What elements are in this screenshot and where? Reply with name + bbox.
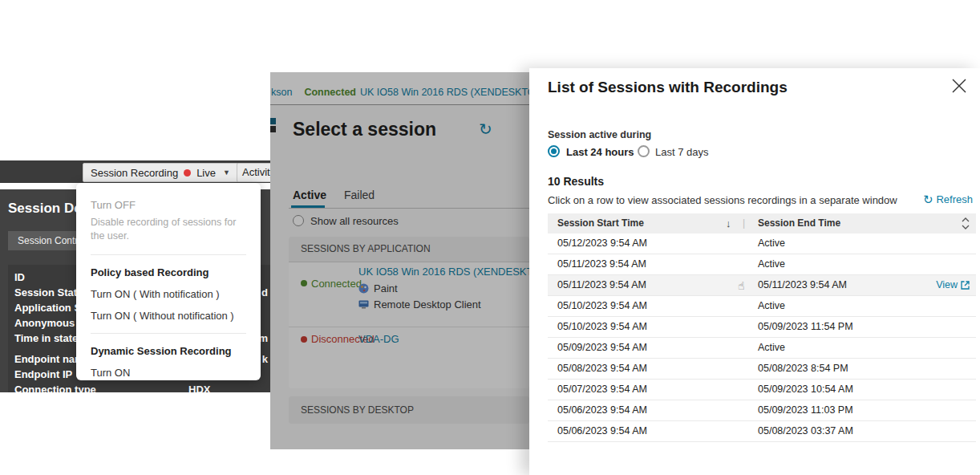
table-header-row: Session Start Time ↓ | Session End Time (548, 213, 976, 233)
table-row-hovered[interactable]: 05/11/2023 9:54 AM ☝ 05/11/2023 9:54 AM … (548, 275, 976, 296)
last-24-hours-radio[interactable] (548, 145, 560, 157)
modal-dim-overlay (270, 72, 529, 449)
modal-title: List of Sessions with Recordings (548, 79, 788, 96)
menu-item-turn-on-with-notification[interactable]: Turn ON ( With notification ) (91, 288, 246, 300)
table-row[interactable]: 05/08/2023 9:54 AM05/08/2023 8:54 PM (548, 359, 976, 380)
live-status-label: Live (196, 167, 216, 179)
session-details-toolbar: Session Recording Live ▼ Activity Manage… (0, 160, 270, 183)
column-session-start-time[interactable]: Session Start Time (557, 213, 644, 233)
field-label-session-state: Session State (14, 286, 83, 298)
activity-manager-button[interactable]: Activity Manager (237, 163, 270, 182)
connection-type-value: HDX (188, 384, 210, 392)
sort-toggle-icon[interactable] (962, 217, 970, 233)
column-session-end-time[interactable]: Session End Time (758, 213, 840, 233)
external-link-icon (961, 281, 970, 290)
table-row[interactable]: 05/09/2023 9:54 AMActive (548, 338, 976, 359)
live-recording-dot-icon (184, 169, 191, 177)
menu-item-turn-on[interactable]: Turn ON (91, 367, 246, 379)
last-24-hours-label: Last 24 hours (566, 146, 634, 158)
session-recording-button[interactable]: Session Recording Live ▼ (83, 163, 238, 182)
chevron-down-icon: ▼ (223, 168, 230, 177)
field-label-id: ID (14, 271, 25, 283)
table-row[interactable]: 05/07/2023 9:54 AM05/09/2023 10:54 AM (548, 380, 976, 400)
value-fragment: d (261, 286, 268, 298)
menu-header-dynamic-recording: Dynamic Session Recording (91, 345, 246, 357)
table-row[interactable]: 05/10/2023 9:54 AMActive (548, 296, 976, 317)
hand-cursor: ☝ (738, 276, 745, 296)
table-row[interactable]: 05/06/2023 9:54 AM05/09/2023 11:03 PM (548, 400, 976, 421)
refresh-icon: ↻ (923, 193, 933, 205)
column-divider: | (743, 213, 745, 233)
session-active-during-label: Session active during (548, 129, 651, 140)
session-recording-menu: Turn OFF Disable recording of sessions f… (76, 183, 261, 380)
results-count: 10 Results (548, 175, 604, 188)
select-session-panel: kson Connected UK IO58 Win 2016 RDS (XEN… (270, 72, 529, 449)
field-label-time-in-state: Time in state (14, 332, 78, 344)
field-label-endpoint-ip: Endpoint IP (14, 368, 72, 380)
table-row[interactable]: 05/12/2023 9:54 AMActive (548, 233, 976, 254)
last-7-days-radio[interactable] (638, 145, 650, 157)
table-row[interactable]: 05/10/2023 9:54 AM05/09/2023 11:54 PM (548, 317, 976, 338)
view-recording-link[interactable]: View (936, 275, 970, 295)
table-row[interactable]: 05/06/2023 9:54 AM05/08/2023 03:37 AM (548, 421, 976, 442)
refresh-button[interactable]: ↻ Refresh (923, 193, 973, 205)
field-label-anonymous: Anonymous (14, 317, 75, 329)
recordings-table: Session Start Time ↓ | Session End Time … (548, 213, 976, 442)
last-7-days-label: Last 7 days (655, 146, 709, 158)
menu-header-policy-recording: Policy based Recording (91, 266, 246, 278)
close-icon[interactable] (951, 78, 967, 94)
menu-item-turn-off[interactable]: Turn OFF (91, 199, 246, 211)
field-label-connection-type: Connection type (14, 384, 96, 392)
menu-item-turn-on-without-notification[interactable]: Turn ON ( Without notification ) (91, 310, 246, 322)
results-hint: Click on a row to view associated sessio… (548, 194, 897, 206)
session-recording-label: Session Recording (91, 167, 178, 179)
menu-divider (91, 333, 246, 334)
recordings-modal: List of Sessions with Recordings Session… (529, 68, 980, 475)
sort-descending-icon[interactable]: ↓ (726, 213, 731, 233)
menu-item-turn-off-description: Disable recording of sessions for the us… (91, 216, 240, 243)
table-row[interactable]: 05/11/2023 9:54 AMActive (548, 254, 976, 275)
value-fragment: k (262, 353, 268, 365)
menu-divider (91, 254, 246, 255)
